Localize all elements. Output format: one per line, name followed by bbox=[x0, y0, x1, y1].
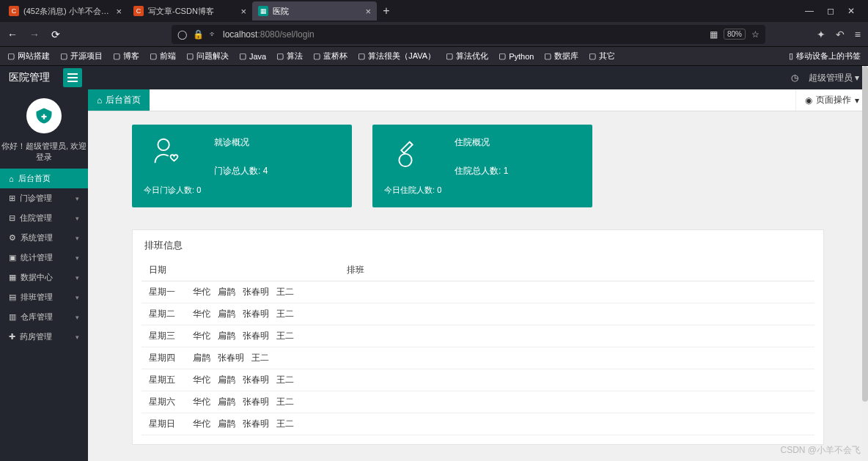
browser-tab-strip: C (452条消息) 小羊不会飞的博客 × C 写文章-CSDN博客 × ▦ 医… bbox=[0, 0, 868, 22]
favicon-csdn-icon: C bbox=[9, 6, 19, 16]
nav-icon: ▣ bbox=[9, 253, 16, 262]
table-row: 星期五华佗扁鹊张春明王二 bbox=[141, 369, 814, 391]
qr-icon[interactable]: ▦ bbox=[710, 29, 718, 40]
sidebar-item-4[interactable]: ▣统计管理▾ bbox=[0, 248, 88, 268]
schedule-panel: 排班信息 日期 排班 星期一华佗扁鹊张春明王二星期二华佗扁鹊张春明王二星期三华佗… bbox=[132, 229, 824, 445]
folder-icon: ▢ bbox=[276, 51, 284, 61]
app-menu-icon[interactable]: ≡ bbox=[855, 29, 861, 40]
bookmark-folder[interactable]: ▢蓝桥杯 bbox=[313, 51, 347, 62]
maximize-icon[interactable]: ◻ bbox=[827, 6, 834, 16]
sidebar-item-8[interactable]: ✚药房管理▾ bbox=[0, 327, 88, 347]
folder-icon: ▢ bbox=[186, 51, 194, 61]
tab-home[interactable]: ⌂ 后台首页 bbox=[88, 89, 150, 111]
close-icon[interactable]: × bbox=[116, 6, 122, 17]
table-row: 星期六华佗扁鹊张春明王二 bbox=[141, 391, 814, 413]
extension-icon[interactable]: ✦ bbox=[817, 29, 825, 40]
sidebar-item-5[interactable]: ▦数据中心▾ bbox=[0, 268, 88, 287]
sidebar-item-6[interactable]: ▤排班管理▾ bbox=[0, 287, 88, 307]
watermark: CSDN @小羊不会飞 bbox=[780, 444, 861, 457]
close-icon[interactable]: × bbox=[365, 6, 371, 17]
chevron-down-icon: ▾ bbox=[76, 333, 79, 341]
home-icon: ⌂ bbox=[97, 95, 102, 106]
welcome-text: 你好！超级管理员, 欢迎登录 bbox=[0, 141, 88, 163]
bookmark-folder[interactable]: ▢网站搭建 bbox=[7, 51, 50, 62]
table-row: 星期日华佗扁鹊张春明王二 bbox=[141, 413, 814, 435]
browser-tab-active[interactable]: ▦ 医院 × bbox=[252, 1, 377, 21]
card-title: 住院概况 bbox=[455, 136, 581, 149]
menu-toggle-button[interactable] bbox=[63, 68, 82, 87]
bookmark-folder[interactable]: ▢算法优化 bbox=[446, 51, 488, 62]
nav-icon: ⊞ bbox=[9, 193, 15, 203]
table-row: 星期三华佗扁鹊张春明王二 bbox=[141, 325, 814, 347]
back-icon[interactable]: ← bbox=[7, 29, 18, 40]
bookmark-folder[interactable]: ▢Java bbox=[239, 51, 266, 62]
bookmark-folder[interactable]: ▢博客 bbox=[113, 51, 139, 62]
reload-icon[interactable]: ⟳ bbox=[51, 29, 60, 40]
url-bar[interactable]: ◯ 🔒 ᯤ localhost:8080/sel/login ▦ 80% ☆ bbox=[172, 25, 765, 44]
favicon-csdn-icon: C bbox=[133, 6, 144, 16]
chevron-down-icon: ▾ bbox=[76, 274, 79, 281]
close-icon[interactable]: × bbox=[240, 6, 246, 17]
new-tab-button[interactable]: + bbox=[377, 4, 396, 18]
bookmark-folder[interactable]: ▢算法 bbox=[276, 51, 303, 62]
browser-tab[interactable]: C (452条消息) 小羊不会飞的博客 × bbox=[3, 1, 128, 21]
svg-point-1 bbox=[399, 154, 411, 166]
table-row: 星期二华佗扁鹊张春明王二 bbox=[141, 303, 814, 325]
bookmark-folder[interactable]: ▢数据库 bbox=[544, 51, 578, 62]
content: 就诊概况 门诊总人数: 4 今日门诊人数: 0 bbox=[88, 111, 868, 461]
folder-icon: ▢ bbox=[499, 51, 506, 61]
microscope-icon bbox=[389, 135, 422, 171]
favicon-hospital-icon: ▦ bbox=[258, 6, 268, 16]
chevron-down-icon: ▾ bbox=[76, 235, 79, 242]
content-tabs: ⌂ 后台首页 ◉ 页面操作 ▾ bbox=[88, 89, 868, 111]
sidebar-item-0[interactable]: ⌂后台首页 bbox=[0, 169, 88, 188]
shield-icon[interactable]: ◯ bbox=[177, 29, 187, 40]
app-title: 医院管理 bbox=[9, 71, 50, 84]
history-icon[interactable]: ◷ bbox=[791, 73, 798, 83]
forward-icon[interactable]: → bbox=[29, 29, 40, 40]
person-heart-icon bbox=[148, 135, 182, 171]
bookmark-folder[interactable]: ▢前端 bbox=[150, 51, 176, 62]
folder-icon: ▢ bbox=[358, 51, 365, 61]
user-menu[interactable]: 超级管理员 ▾ bbox=[809, 72, 859, 84]
mobile-icon: ▯ bbox=[789, 51, 793, 61]
svg-line-2 bbox=[410, 142, 413, 145]
minimize-icon[interactable]: — bbox=[805, 6, 814, 16]
bookmark-folder[interactable]: ▢开源项目 bbox=[60, 51, 103, 62]
bookmark-folder[interactable]: ▢问题解决 bbox=[186, 51, 229, 62]
chevron-down-icon: ▾ bbox=[76, 215, 79, 222]
close-window-icon[interactable]: ✕ bbox=[847, 6, 855, 16]
folder-icon: ▢ bbox=[113, 51, 120, 61]
nav-icon: ✚ bbox=[9, 332, 15, 342]
scrollbar[interactable] bbox=[862, 66, 868, 461]
folder-icon: ▢ bbox=[544, 51, 551, 61]
browser-toolbar: ← → ⟳ ◯ 🔒 ᯤ localhost:8080/sel/login ▦ 8… bbox=[0, 22, 868, 47]
bookmark-mobile[interactable]: ▯ 移动设备上的书签 bbox=[789, 51, 861, 62]
sidebar-item-3[interactable]: ⚙系统管理▾ bbox=[0, 228, 88, 248]
sidebar-item-1[interactable]: ⊞门诊管理▾ bbox=[0, 188, 88, 208]
chevron-down-icon: ▾ bbox=[76, 294, 79, 301]
schedule-title: 排班信息 bbox=[141, 239, 814, 259]
card-total: 门诊总人数: 4 bbox=[214, 165, 340, 177]
folder-icon: ▢ bbox=[239, 51, 246, 61]
target-icon: ◉ bbox=[805, 95, 812, 106]
account-icon[interactable]: ↶ bbox=[836, 29, 845, 40]
folder-icon: ▢ bbox=[589, 51, 596, 61]
tab-label: 医院 bbox=[273, 6, 361, 17]
chevron-down-icon: ▾ bbox=[855, 95, 859, 106]
nav-icon: ⚙ bbox=[9, 233, 16, 243]
lock-icon[interactable]: 🔒 bbox=[193, 29, 204, 40]
bookmark-folder[interactable]: ▢Python bbox=[499, 51, 534, 62]
browser-tab[interactable]: C 写文章-CSDN博客 × bbox=[128, 1, 252, 21]
zoom-indicator[interactable]: 80% bbox=[724, 29, 746, 40]
chevron-down-icon: ▾ bbox=[76, 195, 79, 202]
sidebar-item-7[interactable]: ▥仓库管理▾ bbox=[0, 307, 88, 327]
bookmark-folder[interactable]: ▢算法很美（JAVA） bbox=[358, 51, 435, 62]
sidebar-item-2[interactable]: ⊟住院管理▾ bbox=[0, 208, 88, 228]
bookmark-star-icon[interactable]: ☆ bbox=[751, 29, 760, 40]
page-ops-button[interactable]: ◉ 页面操作 ▾ bbox=[795, 89, 868, 111]
permission-icon[interactable]: ᯤ bbox=[210, 30, 217, 38]
bookmark-folder[interactable]: ▢其它 bbox=[589, 51, 615, 62]
nav-icon: ▦ bbox=[9, 273, 16, 282]
table-row: 星期四扁鹊张春明王二 bbox=[141, 347, 814, 369]
